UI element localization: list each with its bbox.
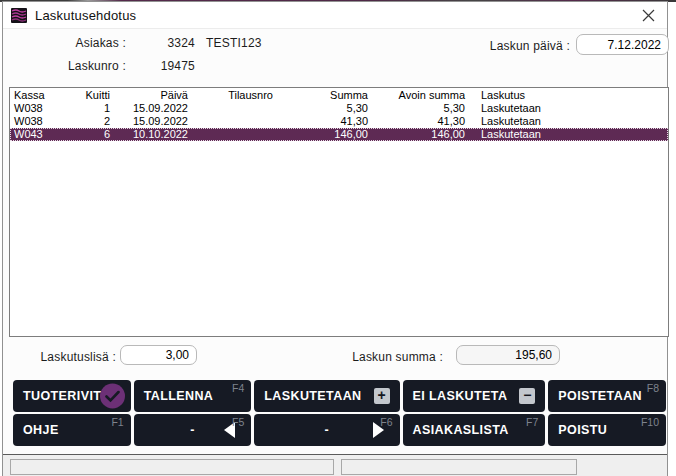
col-kassa: Kassa [10, 89, 72, 102]
ohje-button[interactable]: OHJE F1 [13, 414, 131, 446]
button-label: POISTU [558, 423, 607, 437]
check-circle-icon [100, 384, 125, 409]
button-label: EI LASKUTETA [413, 389, 508, 403]
laskunro-value: 19475 [123, 59, 195, 73]
button-label: LASKUTETAAN [264, 389, 361, 403]
title-bar[interactable]: Laskutusehdotus [3, 2, 667, 29]
fkey-label: F5 [232, 416, 244, 428]
col-avoin-summa: Avoin summa [368, 89, 465, 102]
table-row[interactable]: W038 2 15.09.2022 41,30 41,30 Laskutetaa… [10, 115, 668, 128]
cell-kassa: W038 [10, 102, 72, 115]
cell-kassa: W038 [10, 115, 72, 128]
cell-laskutus: Laskutetaan [465, 128, 668, 141]
cell-avoin-summa: 41,30 [368, 115, 465, 128]
laskutetaan-button[interactable]: LASKUTETAAN + [254, 380, 399, 412]
laskun-paiva-label: Laskun päivä : [463, 39, 570, 53]
action-button-grid: TUOTERIVIT TALLENNA F4 LASKUTETAAN + EI … [13, 380, 666, 446]
button-label: ASIAKASLISTA [413, 423, 509, 437]
cell-paiva: 15.09.2022 [110, 115, 188, 128]
col-paiva: Päivä [110, 89, 188, 102]
cell-paiva: 10.10.2022 [110, 128, 188, 141]
cell-summa: 5,30 [273, 102, 368, 115]
cell-summa: 146,00 [273, 128, 368, 141]
fkey-label: F8 [647, 382, 659, 394]
cell-paiva: 15.09.2022 [110, 102, 188, 115]
cell-kuitti: 6 [72, 128, 110, 141]
button-label: TALLENNA [144, 389, 214, 403]
previous-button[interactable]: - F5 [134, 414, 252, 446]
poistu-button[interactable]: POISTU F10 [548, 414, 666, 446]
cell-kassa: W043 [10, 128, 72, 141]
cell-laskutus: Laskutetaan [465, 115, 668, 128]
col-kuitti: Kuitti [72, 89, 110, 102]
laskun-paiva-input[interactable] [576, 34, 669, 55]
cell-avoin-summa: 146,00 [368, 128, 465, 141]
status-panel-left [10, 459, 334, 475]
status-bar [3, 454, 667, 476]
col-summa: Summa [273, 89, 368, 102]
fkey-label: F7 [526, 416, 538, 428]
asiakas-label: Asiakas : [23, 36, 126, 50]
asiakaslista-button[interactable]: ASIAKASLISTA F7 [403, 414, 546, 446]
laskutuslisa-label: Laskutuslisä : [13, 350, 116, 364]
button-label: OHJE [23, 423, 59, 437]
app-logo-icon [11, 7, 28, 24]
laskun-summa-input[interactable] [456, 345, 560, 365]
table-row-selected[interactable]: W043 6 10.10.2022 146,00 146,00 Laskutet… [10, 128, 668, 141]
laskutusehdotus-dialog: Laskutusehdotus Asiakas : 3324 TESTI123 … [2, 1, 668, 476]
button-label: - [264, 423, 389, 437]
window-title: Laskutusehdotus [35, 8, 136, 23]
table-row[interactable]: W038 1 15.09.2022 5,30 5,30 Laskutetaan [10, 102, 668, 115]
fkey-label: F4 [232, 382, 244, 394]
laskunro-label: Laskunro : [23, 59, 126, 73]
fkey-label: F1 [111, 416, 123, 428]
next-button[interactable]: - F6 [254, 414, 399, 446]
cell-avoin-summa: 5,30 [368, 102, 465, 115]
invoice-lines-table[interactable]: Kassa Kuitti Päivä Tilausnro Summa Avoin… [9, 87, 669, 337]
poistetaan-button[interactable]: POISTETAAN F8 [548, 380, 666, 412]
close-icon[interactable] [633, 4, 663, 27]
fkey-label: F6 [380, 416, 392, 428]
col-tilausnro: Tilausnro [188, 89, 273, 102]
cell-kuitti: 1 [72, 102, 110, 115]
asiakas-number: 3324 [123, 36, 195, 50]
plus-icon: + [374, 388, 390, 404]
col-laskutus: Laskutus [465, 89, 668, 102]
ei-laskuteta-button[interactable]: EI LASKUTETA − [403, 380, 546, 412]
laskutuslisa-input[interactable] [120, 345, 197, 365]
laskun-summa-label: Laskun summa : [333, 350, 443, 364]
tuoterivit-button[interactable]: TUOTERIVIT [13, 380, 131, 412]
cell-summa: 41,30 [273, 115, 368, 128]
cell-kuitti: 2 [72, 115, 110, 128]
status-panel-right [341, 459, 577, 475]
tallenna-button[interactable]: TALLENNA F4 [134, 380, 252, 412]
asiakas-name: TESTI123 [206, 36, 262, 50]
button-label: POISTETAAN [558, 389, 642, 403]
fkey-label: F10 [641, 416, 659, 428]
button-label: TUOTERIVIT [23, 389, 101, 403]
cell-laskutus: Laskutetaan [465, 102, 668, 115]
minus-icon: − [519, 388, 535, 404]
table-header-row: Kassa Kuitti Päivä Tilausnro Summa Avoin… [10, 89, 668, 102]
